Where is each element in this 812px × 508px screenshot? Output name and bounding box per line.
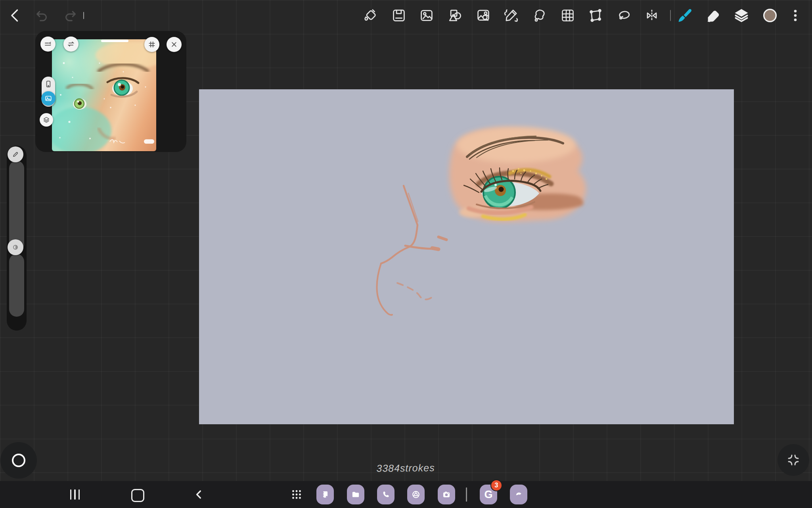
opacity-knob[interactable] xyxy=(8,239,23,255)
reference-image-art xyxy=(52,39,156,151)
image-tab-icon xyxy=(44,94,53,103)
symmetry-icon xyxy=(643,7,661,24)
app-drawer-button[interactable] xyxy=(288,486,305,503)
phone-app-icon[interactable] xyxy=(377,485,395,504)
fill-bucket-button[interactable] xyxy=(362,7,379,24)
magic-pen-button[interactable] xyxy=(502,7,520,24)
doordash-glyph xyxy=(513,489,524,500)
phone-glyph xyxy=(381,489,391,500)
rotate-icon xyxy=(66,39,76,49)
shapes-icon xyxy=(446,7,463,24)
warp-grid-icon xyxy=(559,7,576,24)
layers-tab-icon xyxy=(42,115,51,124)
freeform-lasso-button[interactable] xyxy=(531,7,548,24)
camera-app-icon[interactable] xyxy=(438,485,455,504)
tab-image-active[interactable] xyxy=(41,91,56,106)
collapse-icon xyxy=(786,453,801,467)
brush-size-knob[interactable] xyxy=(8,146,23,162)
app-drawer-icon xyxy=(290,488,303,501)
panel-close-button[interactable] xyxy=(167,37,182,52)
transform-button[interactable] xyxy=(587,7,604,24)
brush-icon xyxy=(676,7,693,24)
device-icon xyxy=(43,79,54,89)
panel-settings-button[interactable] xyxy=(40,37,56,52)
image-search-icon xyxy=(475,7,492,24)
lasso-select-button[interactable] xyxy=(615,7,633,24)
chrome-app-icon[interactable] xyxy=(407,485,425,504)
freeform-lasso-icon xyxy=(531,7,548,24)
symmetry-button[interactable] xyxy=(643,7,661,24)
collapse-ui-button[interactable] xyxy=(778,444,809,476)
panel-drag-handle[interactable] xyxy=(101,40,128,42)
notes-app-icon[interactable] xyxy=(316,485,334,504)
lasso-select-icon xyxy=(615,7,633,24)
brush-size-slider-track[interactable] xyxy=(9,161,24,251)
pencil-icon xyxy=(11,150,20,159)
save-icon xyxy=(390,7,408,24)
brush-slider-column xyxy=(7,146,27,331)
recents-button[interactable] xyxy=(66,489,84,500)
home-button[interactable] xyxy=(131,489,144,502)
layers-icon xyxy=(733,7,750,24)
kebab-menu-icon xyxy=(787,7,804,24)
fill-bucket-icon xyxy=(362,7,379,24)
undo-button[interactable] xyxy=(33,7,51,24)
eraser-tool-button[interactable] xyxy=(704,7,722,24)
folder-glyph xyxy=(350,489,361,500)
image-search-button[interactable] xyxy=(475,7,492,24)
reference-image[interactable] xyxy=(52,39,156,151)
stroke-counter: 3384strokes xyxy=(376,462,435,474)
opacity-slider-track[interactable] xyxy=(9,254,24,317)
tab-device[interactable] xyxy=(43,78,54,90)
home-icon xyxy=(131,489,144,502)
back-button[interactable] xyxy=(7,7,24,24)
layers-button[interactable] xyxy=(733,7,750,24)
watermark xyxy=(110,139,125,143)
dock-divider xyxy=(466,487,467,502)
warp-grid-button[interactable] xyxy=(559,7,576,24)
canvas-painting xyxy=(199,89,734,424)
recents-icon xyxy=(70,489,72,500)
tab-layers[interactable] xyxy=(40,113,53,127)
color-swatch xyxy=(761,7,779,24)
nav-back-button[interactable] xyxy=(190,486,208,503)
system-navbar: G 3 xyxy=(0,481,812,508)
notes-glyph xyxy=(320,489,330,500)
chrome-glyph xyxy=(411,489,421,500)
color-swatch-button[interactable] xyxy=(761,7,779,24)
quick-color-button[interactable] xyxy=(0,442,37,479)
files-app-icon[interactable] xyxy=(347,485,364,504)
camera-glyph xyxy=(441,489,452,500)
redo-icon xyxy=(61,7,79,24)
notification-badge: 3 xyxy=(491,480,502,491)
drawing-app-screen: 3384strokes xyxy=(0,0,812,508)
doordash-app-icon[interactable] xyxy=(510,485,527,504)
undo-icon xyxy=(33,7,51,24)
magic-pen-icon xyxy=(502,7,520,24)
add-image-button[interactable] xyxy=(418,7,435,24)
image-icon xyxy=(418,7,435,24)
nav-back-icon xyxy=(193,488,205,501)
save-button[interactable] xyxy=(390,7,408,24)
redo-button[interactable] xyxy=(61,7,79,24)
panel-settings-icon xyxy=(43,39,53,49)
panel-rotate-button[interactable] xyxy=(63,37,79,52)
contrast-icon xyxy=(11,243,20,252)
eraser-icon xyxy=(704,7,722,24)
toolbar-divider xyxy=(670,10,671,21)
drawing-canvas[interactable] xyxy=(199,89,734,424)
close-icon xyxy=(169,40,179,49)
menu-button[interactable] xyxy=(787,7,804,24)
panel-grid-button[interactable] xyxy=(144,37,159,52)
text-cursor xyxy=(83,12,84,19)
grid-icon xyxy=(147,40,157,49)
reference-panel xyxy=(35,31,186,152)
brush-tool-button[interactable] xyxy=(676,7,693,24)
transform-icon xyxy=(587,7,604,24)
back-icon xyxy=(7,7,24,24)
shapes-button[interactable] xyxy=(446,7,463,24)
color-ring-icon xyxy=(12,454,25,467)
